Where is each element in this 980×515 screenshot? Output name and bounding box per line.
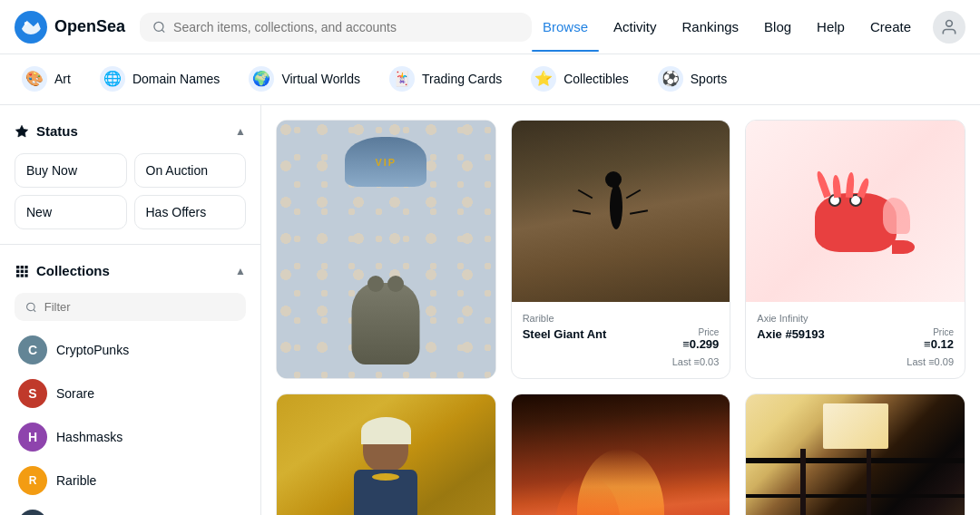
new-button[interactable]: New	[15, 195, 127, 229]
collection-list: C CryptoPunks S Sorare H Hashmasks R Rar…	[15, 328, 246, 515]
tab-sports[interactable]: ⚽ Sports	[643, 54, 741, 105]
nft-collection-2: Axie Infinity	[757, 313, 954, 324]
rarible-avatar: R	[18, 466, 47, 495]
nav-blog[interactable]: Blog	[753, 12, 802, 42]
svg-rect-12	[16, 274, 19, 277]
collection-item-cryptopunks[interactable]: C CryptoPunks	[15, 328, 246, 372]
sorare-name: Sorare	[56, 386, 94, 401]
svg-rect-10	[21, 269, 24, 272]
nft-card-1[interactable]: Rarible Steel Giant Ant Price ≡0.299 Las…	[511, 120, 731, 379]
collection-item-sorare[interactable]: S Sorare	[15, 372, 246, 415]
nft-info-1: Rarible Steel Giant Ant Price ≡0.299 Las…	[512, 302, 730, 378]
art-icon: 🎨	[22, 66, 47, 92]
svg-rect-8	[24, 266, 27, 268]
svg-rect-13	[21, 274, 24, 277]
sports-icon: ⚽	[658, 66, 683, 92]
nft-info-2: Axie Infinity Axie #59193 Price ≡0.12 La…	[746, 302, 965, 378]
tab-domain-names[interactable]: 🌐 Domain Names	[85, 54, 234, 105]
nft-price-2: ≡0.12	[924, 337, 954, 351]
status-buttons: Buy Now On Auction New Has Offers	[15, 153, 246, 229]
nft-grid: VIP Rarible Diamont Bear Price ≡0.499	[276, 120, 965, 515]
nft-card-0[interactable]: VIP Rarible Diamont Bear Price ≡0.499	[276, 120, 496, 379]
nft-grid-area: VIP Rarible Diamont Bear Price ≡0.499	[261, 105, 980, 515]
sidebar: Status ▲ Buy Now On Auction New Has Offe…	[0, 105, 261, 515]
svg-point-15	[27, 303, 35, 311]
status-section: Status ▲ Buy Now On Auction New Has Offe…	[0, 105, 260, 245]
nav-browse[interactable]: Browse	[532, 12, 599, 42]
opensea-logo-icon	[15, 11, 47, 44]
tab-collectibles[interactable]: ⭐ Collectibles	[516, 54, 643, 105]
collections-filter-input[interactable]	[44, 300, 235, 314]
nft-last-2: ≡0.09	[928, 356, 954, 367]
logo-area[interactable]: OpenSea	[15, 11, 125, 44]
collections-header[interactable]: Collections ▲	[15, 259, 246, 282]
nft-card-5[interactable]: SuperRare Industrial Space	[745, 394, 965, 515]
collection-item-hashmasks[interactable]: H Hashmasks	[15, 415, 246, 459]
category-tabs: 🎨 Art 🌐 Domain Names 🌍 Virtual Worlds 🃏 …	[0, 54, 980, 105]
filter-search-icon	[25, 301, 37, 314]
nft-price-1: ≡0.299	[682, 337, 719, 351]
sorare-avatar: S	[18, 379, 47, 408]
on-auction-button[interactable]: On Auction	[134, 153, 247, 188]
user-icon	[940, 18, 958, 36]
svg-point-4	[946, 20, 953, 26]
nav-activity[interactable]: Activity	[603, 12, 668, 42]
grid-icon	[15, 264, 29, 278]
has-offers-button[interactable]: Has Offers	[134, 195, 247, 229]
superrare-avatar: SR	[18, 510, 47, 515]
search-bar[interactable]	[140, 13, 532, 42]
svg-rect-9	[16, 269, 19, 272]
cryptopunks-name: CryptoPunks	[56, 343, 129, 357]
nft-image-0: VIP	[277, 121, 495, 378]
svg-rect-6	[16, 266, 19, 268]
svg-line-16	[34, 309, 35, 311]
logo-text: OpenSea	[54, 17, 125, 36]
collection-item-superrare[interactable]: SR SuperRare	[15, 502, 246, 515]
nft-image-4	[512, 394, 730, 515]
trading-cards-icon: 🃏	[389, 66, 415, 92]
nft-name-2: Axie #59193	[757, 327, 824, 341]
nft-last-label-1: Last	[672, 356, 694, 367]
main-layout: Status ▲ Buy Now On Auction New Has Offe…	[0, 105, 980, 515]
collectibles-icon: ⭐	[531, 66, 556, 92]
nav-help[interactable]: Help	[806, 12, 856, 42]
nft-image-2	[746, 121, 965, 302]
hashmasks-name: Hashmasks	[56, 430, 122, 444]
status-chevron-icon: ▲	[235, 125, 246, 138]
tab-trading-cards[interactable]: 🃏 Trading Cards	[375, 54, 516, 105]
collections-search[interactable]	[15, 293, 246, 321]
nft-last-1: ≡0.03	[694, 356, 720, 367]
status-header[interactable]: Status ▲	[15, 120, 246, 142]
collection-item-rarible[interactable]: R Rarible	[15, 459, 246, 502]
buy-now-button[interactable]: Buy Now	[15, 153, 127, 188]
search-input[interactable]	[173, 20, 519, 34]
svg-point-1	[24, 21, 28, 24]
svg-marker-5	[15, 125, 27, 137]
nft-card-2[interactable]: Axie Infinity Axie #59193 Price ≡0.12 La…	[745, 120, 965, 379]
nft-card-3[interactable]: Rarible Portrait Study	[276, 394, 496, 515]
header: OpenSea Browse Activity Rankings Blog He…	[0, 0, 980, 54]
nft-image-5	[746, 394, 965, 515]
nav-links: Browse Activity Rankings Blog Help Creat…	[532, 11, 965, 44]
svg-line-3	[162, 29, 164, 32]
nav-rankings[interactable]: Rankings	[671, 12, 750, 42]
nft-name-1: Steel Giant Ant	[523, 327, 607, 341]
nft-image-1	[512, 121, 730, 302]
virtual-worlds-icon: 🌍	[249, 66, 274, 92]
nft-price-label-1: Price	[682, 327, 719, 337]
nft-info-0: Rarible Diamont Bear Price ≡0.499 Last ≡…	[277, 378, 495, 379]
avatar[interactable]	[933, 11, 965, 44]
domain-icon: 🌐	[100, 66, 125, 92]
collections-section: Collections ▲ C CryptoPunks S Sorare	[0, 245, 260, 515]
star-icon	[15, 124, 29, 139]
nft-card-4[interactable]: Rarible Fire Abstract	[511, 394, 731, 515]
hashmasks-avatar: H	[18, 423, 47, 452]
svg-rect-14	[24, 274, 27, 277]
nav-create[interactable]: Create	[859, 12, 922, 42]
nft-price-label-2: Price	[924, 327, 954, 337]
nft-image-3	[277, 394, 495, 515]
tab-virtual-worlds[interactable]: 🌍 Virtual Worlds	[234, 54, 375, 105]
cryptopunks-avatar: C	[18, 335, 47, 364]
nft-last-label-2: Last	[906, 356, 928, 367]
tab-art[interactable]: 🎨 Art	[7, 54, 85, 105]
